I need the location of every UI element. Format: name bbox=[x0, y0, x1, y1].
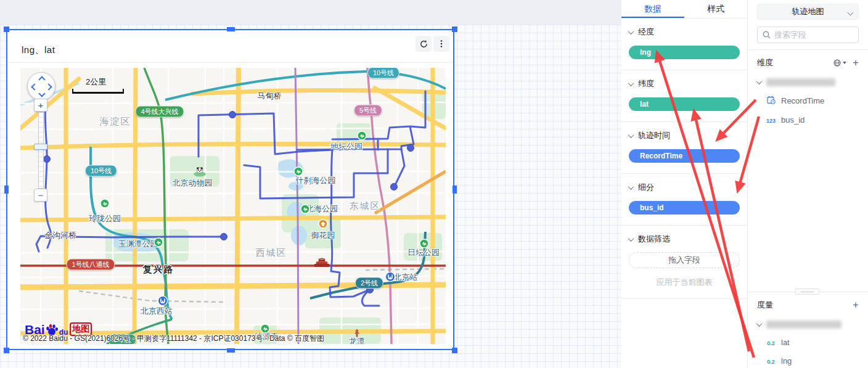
map-compass-control[interactable] bbox=[27, 72, 55, 100]
calendar-time-icon bbox=[765, 96, 777, 106]
tab-data[interactable]: 数据 bbox=[621, 0, 684, 18]
tab-style[interactable]: 样式 bbox=[684, 0, 747, 18]
apply-hint: 应用于当前图表 bbox=[629, 277, 740, 288]
refresh-icon bbox=[419, 39, 428, 49]
chevron-down-icon bbox=[628, 132, 634, 138]
chevron-down-icon bbox=[628, 184, 634, 190]
dimension-field-RecordTime[interactable]: RecordTime bbox=[757, 96, 859, 106]
panel-resize-handle[interactable] bbox=[795, 288, 819, 295]
card-divider bbox=[7, 62, 453, 63]
dataset-name-blurred bbox=[766, 321, 841, 329]
park-icon bbox=[100, 198, 110, 208]
zoom-in-button[interactable]: + bbox=[34, 99, 47, 112]
map-label: 什刹海公园 bbox=[296, 175, 336, 186]
section-header[interactable]: 经度 bbox=[629, 27, 740, 38]
add-dimension-button[interactable]: + bbox=[853, 59, 859, 67]
park-icon bbox=[154, 237, 163, 247]
map-label: 玉渊潭公园 bbox=[118, 239, 158, 250]
selection-resize-handle[interactable] bbox=[227, 27, 235, 31]
field-pill-bus_id[interactable]: bus_id bbox=[629, 201, 740, 215]
map-scale-bar: 2公里 bbox=[72, 76, 124, 94]
zoom-slider-thumb[interactable] bbox=[34, 144, 47, 150]
field-section: 细分bus_id bbox=[621, 174, 747, 226]
pan-right-icon[interactable] bbox=[45, 83, 52, 90]
map-label: 御花园 bbox=[311, 230, 335, 241]
dimension-field-bus_id[interactable]: 123bus_id bbox=[757, 115, 859, 125]
map-label: 北京站 bbox=[394, 272, 418, 283]
map-label: 东城区 bbox=[350, 200, 381, 212]
selection-resize-handle[interactable] bbox=[452, 186, 457, 194]
selection-resize-handle[interactable] bbox=[4, 348, 9, 353]
field-search-box[interactable] bbox=[757, 27, 859, 43]
field-section: 数据筛选拖入字段应用于当前图表 bbox=[621, 226, 747, 299]
active-tab-underline bbox=[621, 17, 684, 18]
selection-resize-handle[interactable] bbox=[4, 186, 9, 194]
map-label: 北海公园 bbox=[306, 203, 338, 215]
section-header[interactable]: 数据筛选 bbox=[629, 234, 740, 245]
more-menu-button[interactable] bbox=[433, 36, 449, 52]
widget-title: lng、lat bbox=[22, 44, 55, 56]
selection-resize-handle[interactable] bbox=[4, 27, 9, 32]
measure-field-lng[interactable]: 0.2lng bbox=[757, 356, 859, 366]
park-icon bbox=[300, 204, 310, 214]
selection-resize-handle[interactable] bbox=[452, 348, 457, 353]
chart-data-panel: 数据样式 经度lng纬度lat轨迹时间RecordTime细分bus_id数据筛… bbox=[621, 0, 747, 368]
dataset-node[interactable] bbox=[757, 78, 859, 86]
section-label: 数据筛选 bbox=[638, 234, 670, 245]
dataset-name-blurred bbox=[766, 78, 835, 86]
pan-down-icon[interactable] bbox=[38, 90, 45, 97]
metro-line-pill: 10号线 bbox=[367, 68, 399, 79]
park-icon bbox=[260, 324, 270, 333]
add-measure-button[interactable]: + bbox=[853, 301, 859, 309]
chevron-down-icon bbox=[848, 10, 854, 16]
baidu-map[interactable]: 海淀区西城区东城区马甸桥金沟河桥复兴路北京动物园什刹海公园地坛公园北海公园玲珑公… bbox=[20, 68, 446, 344]
metro-station-icon bbox=[158, 296, 168, 306]
decimal-type-icon: 0.2 bbox=[765, 338, 777, 347]
pagoda-icon bbox=[353, 329, 361, 338]
chart-type-select[interactable]: 轨迹地图 bbox=[757, 4, 859, 20]
section-label: 纬度 bbox=[638, 78, 654, 89]
refresh-button[interactable] bbox=[416, 36, 432, 52]
dimension-field-list: RecordTime123bus_id bbox=[757, 96, 859, 125]
map-label: 复兴路 bbox=[143, 264, 174, 276]
map-label: 地坛公园 bbox=[330, 141, 362, 152]
field-section: 轨迹时间RecordTime bbox=[621, 122, 747, 174]
map-widget-card[interactable]: lng、lat bbox=[6, 29, 454, 350]
widget-actions bbox=[416, 36, 449, 52]
selection-resize-handle[interactable] bbox=[227, 348, 235, 353]
pan-left-icon[interactable] bbox=[31, 83, 38, 90]
chevron-down-icon bbox=[628, 235, 634, 242]
field-sections: 经度lng纬度lat轨迹时间RecordTime细分bus_id数据筛选拖入字段… bbox=[621, 18, 747, 299]
search-icon bbox=[763, 31, 771, 39]
measure-field-lat[interactable]: 0.2lat bbox=[757, 338, 859, 347]
panda-zoo-icon bbox=[193, 166, 207, 177]
field-pill-RecordTime[interactable]: RecordTime bbox=[629, 149, 740, 163]
dimensions-title: 维度 bbox=[757, 57, 773, 68]
dataset-node[interactable] bbox=[757, 321, 859, 329]
dataset-fields-panel: 轨迹地图 维度 + bbox=[747, 0, 868, 368]
zoom-out-button[interactable]: − bbox=[34, 189, 47, 202]
pan-up-icon[interactable] bbox=[38, 76, 45, 83]
chevron-down-icon bbox=[628, 28, 634, 35]
dimensions-section: 维度 + RecordTime123bus_id bbox=[748, 50, 868, 125]
metro-station-icon bbox=[385, 272, 396, 282]
globe-icon[interactable] bbox=[833, 59, 848, 67]
map-copyright: © 2022 Baidu - GS(2021)6026号 - 甲测资字11111… bbox=[23, 333, 324, 344]
section-label: 轨迹时间 bbox=[638, 130, 670, 141]
zoom-slider-track[interactable] bbox=[38, 112, 44, 189]
app-root: lng、lat bbox=[0, 0, 868, 368]
field-section: 经度lng bbox=[621, 18, 747, 70]
section-header[interactable]: 轨迹时间 bbox=[629, 130, 740, 141]
section-header[interactable]: 细分 bbox=[629, 182, 740, 193]
filter-dropzone[interactable]: 拖入字段 bbox=[629, 252, 740, 268]
field-pill-lat[interactable]: lat bbox=[629, 97, 740, 111]
map-label: 日坛公园 bbox=[407, 247, 440, 258]
park-icon bbox=[357, 131, 367, 141]
section-header[interactable]: 纬度 bbox=[629, 78, 740, 89]
map-label: 海淀区 bbox=[100, 116, 131, 128]
chevron-down-icon bbox=[756, 78, 763, 84]
field-pill-lng[interactable]: lng bbox=[629, 46, 740, 59]
selection-resize-handle[interactable] bbox=[452, 27, 457, 32]
dashboard-canvas[interactable]: lng、lat bbox=[0, 0, 621, 368]
search-input[interactable] bbox=[774, 30, 848, 39]
